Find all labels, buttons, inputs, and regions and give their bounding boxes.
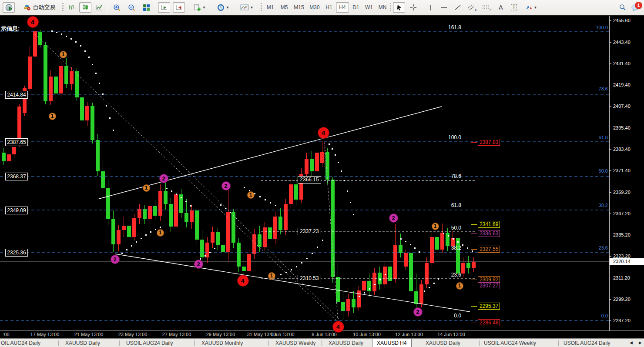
fib-level-label: 61.8	[599, 135, 608, 140]
wave-marker-1[interactable]: 1	[157, 229, 164, 237]
wave-marker-4[interactable]: 4	[318, 127, 329, 139]
horizontal-line-tool-button[interactable]	[438, 2, 450, 13]
wave-marker-2[interactable]: 2	[111, 255, 120, 264]
toolbar-grip[interactable]	[390, 3, 391, 12]
wave-marker-2[interactable]: 2	[159, 174, 168, 183]
equidistant-channel-tool-button[interactable]: E	[466, 2, 479, 13]
indicators-button[interactable]: ▼	[237, 2, 257, 13]
price-tag[interactable]: 2336.63	[478, 230, 500, 237]
timeframe-h1[interactable]: H1	[323, 2, 335, 13]
fibonacci-tool-button[interactable]: F	[480, 2, 493, 13]
sar-dot	[296, 266, 297, 267]
wave-marker-1[interactable]: 1	[143, 184, 150, 192]
wave-marker-4[interactable]: 4	[332, 321, 344, 333]
chart-shift-button[interactable]	[173, 2, 185, 13]
sar-dot	[80, 45, 81, 47]
price-anchor-label[interactable]: 2366.15	[298, 176, 321, 184]
tile-windows-button[interactable]	[140, 2, 152, 13]
horizontal-line-price-label[interactable]: 2368.37	[5, 173, 28, 180]
wave-marker-2[interactable]: 2	[194, 260, 203, 269]
vertical-line-tool-button[interactable]	[425, 2, 436, 13]
timeframe-mn[interactable]: MN	[376, 2, 389, 13]
chart-tab[interactable]: USOIL AUG24 Daily	[564, 340, 610, 346]
wave-marker-2[interactable]: 2	[413, 307, 423, 317]
zoom-in-button[interactable]	[111, 2, 123, 13]
cursor-tool-button[interactable]	[393, 2, 405, 13]
price-axis-tickmark	[609, 149, 611, 150]
wave-marker-4[interactable]: 4	[237, 275, 249, 287]
price-axis-tickmark	[609, 63, 611, 64]
wave-marker-2[interactable]: 2	[221, 181, 231, 190]
timeframe-m1[interactable]: M1	[264, 2, 277, 13]
wave-marker-4[interactable]: 4	[27, 16, 39, 28]
candlestick	[273, 217, 277, 239]
candlestick	[320, 152, 324, 163]
chart-tab[interactable]: USOIL AUG24 Daily	[126, 340, 173, 346]
sar-dot	[344, 180, 345, 181]
toolbar-grip[interactable]	[62, 3, 64, 12]
tabs-scroll-right-arrow[interactable]: ▶	[639, 340, 642, 345]
toolbar-grip[interactable]	[261, 3, 262, 12]
horizontal-line-price-label[interactable]: 2349.09	[5, 207, 28, 214]
timeframe-h4[interactable]: H4	[336, 2, 349, 13]
period-button[interactable]: ▼	[214, 2, 232, 13]
wave-marker-1[interactable]: 1	[60, 51, 67, 58]
indicators-icon	[240, 4, 249, 11]
timeframe-m30[interactable]: M30	[307, 2, 322, 13]
candlestick	[294, 184, 298, 200]
candlestick	[446, 233, 449, 246]
sar-dot	[448, 235, 449, 237]
trendline-tool-button[interactable]	[452, 2, 464, 13]
wave-marker-2[interactable]: 2	[389, 214, 398, 223]
timeframe-m15[interactable]: M15	[292, 2, 306, 13]
price-tag[interactable]: 2295.37	[478, 303, 500, 310]
horizontal-line-price-label[interactable]: 2325.36	[5, 249, 28, 257]
price-anchor-label[interactable]: 2337.23	[298, 228, 321, 235]
connection-button[interactable]	[3, 2, 15, 13]
chart-tab[interactable]: XAUUSD Daily	[65, 340, 100, 346]
chart-tab-active[interactable]: XAUUSD H4	[372, 339, 412, 347]
arrows-tool-button[interactable]: ▼	[521, 2, 540, 13]
timeframe-d1[interactable]: D1	[350, 2, 362, 13]
candlestick	[258, 234, 262, 247]
chart-tab[interactable]: XAUUSD Weekly	[275, 340, 315, 346]
tile-windows-icon	[143, 4, 150, 11]
timeframe-m5[interactable]: M5	[278, 2, 291, 13]
auto-scroll-button[interactable]	[158, 2, 170, 13]
auto-trading-button[interactable]: 自动交易	[18, 2, 60, 13]
timeframe-w1[interactable]: W1	[363, 2, 375, 13]
price-tag[interactable]: 2307.27	[478, 282, 500, 289]
new-order-button[interactable]: ▼	[191, 2, 209, 13]
chart-tab[interactable]: XAUUSD Daily	[426, 340, 460, 346]
price-tag[interactable]: 2327.55	[478, 246, 500, 253]
text-tool-button[interactable]: A	[495, 2, 506, 13]
bar-chart-button[interactable]	[65, 2, 77, 13]
horizontal-line-price-label[interactable]: 2414.84	[5, 91, 28, 99]
price-tag[interactable]: 2341.69	[478, 221, 500, 228]
price-tag[interactable]: 2286.48	[478, 319, 500, 326]
candlestick	[101, 171, 105, 188]
chart-tab[interactable]: USOIL AUG24 Weekly	[484, 340, 536, 346]
sar-dot	[131, 245, 132, 247]
line-chart-icon	[96, 4, 103, 11]
wave-marker-1[interactable]: 1	[432, 223, 439, 230]
horizontal-line-price-label[interactable]: 2387.65	[5, 138, 28, 146]
price-anchor-label[interactable]: 2310.53	[298, 275, 321, 282]
zoom-out-button[interactable]	[125, 2, 138, 13]
chart-tab[interactable]: XAUUSD Daily	[329, 340, 363, 346]
candlestick-chart-button[interactable]	[79, 2, 91, 13]
wave-marker-1[interactable]: 1	[49, 113, 56, 120]
chart-tab[interactable]: XAUUSD Monthly	[201, 340, 243, 346]
wave-marker-1[interactable]: 1	[247, 191, 255, 199]
search-button[interactable]	[617, 2, 628, 13]
tabs-scroll-left-arrow[interactable]: ◀	[630, 340, 633, 345]
chart-tab[interactable]: OIL AUG24 Daily	[1, 340, 40, 346]
wave-marker-1[interactable]: 1	[456, 282, 463, 290]
text-label-tool-button[interactable]: T	[508, 2, 520, 13]
wave-marker-1[interactable]: 1	[268, 272, 275, 280]
price-tag[interactable]: 2387.83	[478, 139, 500, 146]
crosshair-tool-button[interactable]	[407, 2, 419, 13]
time-axis[interactable]: :0017 May 13:0021 May 13:0023 May 13:002…	[0, 330, 644, 338]
line-chart-button[interactable]	[93, 2, 105, 13]
notification-badge[interactable]: 1	[635, 2, 642, 9]
